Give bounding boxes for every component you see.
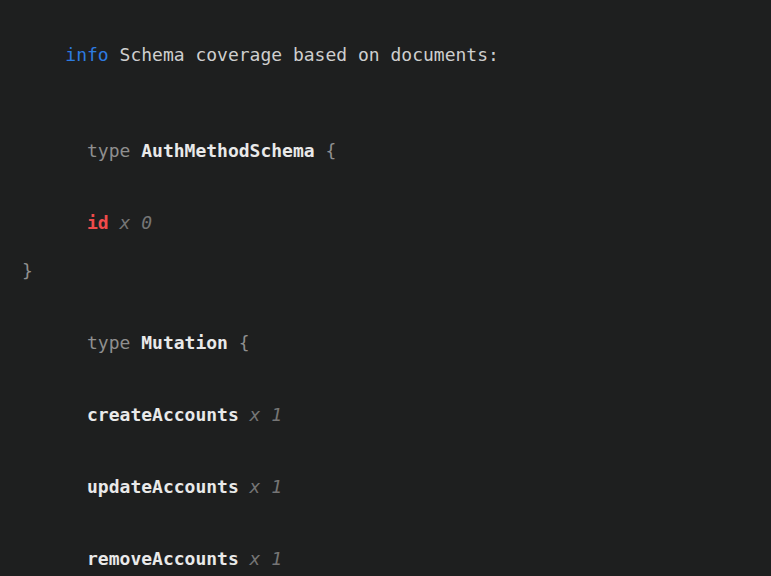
field-line: idx 0 <box>22 187 763 259</box>
type-header-line: typeAuthMethodSchema{ <box>22 115 763 187</box>
field-name: removeAccounts <box>87 548 239 569</box>
field-line: updateAccountsx 1 <box>22 451 763 523</box>
field-usage-count: x 0 <box>120 212 153 233</box>
field-usage-count: x 1 <box>250 548 283 569</box>
open-brace: { <box>325 140 336 161</box>
info-line: infoSchema coverage based on documents: <box>22 19 763 91</box>
field-list: createAccountsx 1 updateAccountsx 1 remo… <box>22 379 763 576</box>
type-header-line: typeMutation{ <box>22 307 763 379</box>
type-keyword: type <box>87 140 130 161</box>
info-message: Schema coverage based on documents: <box>120 44 499 65</box>
field-name: createAccounts <box>87 404 239 425</box>
type-name: Mutation <box>141 332 228 353</box>
field-line: createAccountsx 1 <box>22 379 763 451</box>
field-line: removeAccountsx 1 <box>22 523 763 576</box>
open-brace: { <box>239 332 250 353</box>
type-keyword: type <box>87 332 130 353</box>
field-name: updateAccounts <box>87 476 239 497</box>
terminal-output: infoSchema coverage based on documents: … <box>0 0 771 576</box>
type-block: typeMutation{ createAccountsx 1 updateAc… <box>22 307 763 576</box>
field-usage-count: x 1 <box>250 404 283 425</box>
schema-blocks: typeAuthMethodSchema{ idx 0 } typeMutati… <box>22 115 763 576</box>
field-list: idx 0 <box>22 187 763 259</box>
close-brace: } <box>22 259 763 283</box>
type-name: AuthMethodSchema <box>141 140 314 161</box>
type-block: typeAuthMethodSchema{ idx 0 } <box>22 115 763 283</box>
field-usage-count: x 1 <box>250 476 283 497</box>
info-tag: info <box>65 44 108 65</box>
field-name: id <box>87 212 109 233</box>
